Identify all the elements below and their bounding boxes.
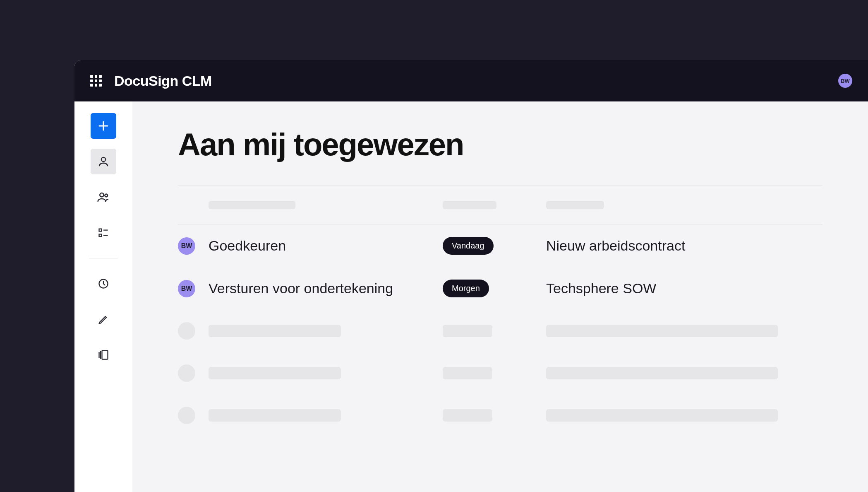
skeleton-placeholder [443, 325, 492, 337]
create-button[interactable] [91, 113, 116, 139]
skeleton-placeholder [546, 367, 778, 379]
svg-rect-10 [102, 351, 108, 359]
sidebar-item-tasks[interactable] [91, 220, 116, 246]
svg-rect-4 [99, 234, 102, 237]
main-content: Aan mij toegewezen BW Goedkeuren Vandaag… [132, 101, 868, 492]
row-avatar: BW [178, 280, 195, 297]
sidebar-divider [89, 258, 118, 258]
brand-product: CLM [182, 73, 212, 89]
pen-icon [98, 314, 109, 325]
sidebar [74, 101, 132, 492]
skeleton-placeholder [178, 364, 195, 382]
skeleton-placeholder [209, 325, 341, 337]
brand-logo: DocuSign CLM [114, 73, 212, 89]
svg-point-2 [105, 194, 108, 197]
sidebar-item-recent[interactable] [91, 271, 116, 297]
row-document-name: Nieuw arbeidscontract [546, 238, 822, 254]
clock-icon [98, 278, 109, 289]
sidebar-item-people[interactable] [91, 184, 116, 210]
brand-name: DocuSign [114, 73, 178, 89]
table-row[interactable]: BW Versturen voor ondertekening Morgen T… [178, 267, 822, 310]
table-row-skeleton [178, 394, 822, 437]
person-icon [97, 155, 110, 168]
sidebar-item-assigned-to-me[interactable] [91, 149, 116, 174]
table-row-skeleton [178, 310, 822, 352]
skeleton-placeholder [178, 322, 195, 340]
skeleton-placeholder [209, 367, 341, 379]
skeleton-placeholder [178, 407, 195, 424]
sidebar-item-documents[interactable] [91, 342, 116, 368]
skeleton-placeholder [209, 409, 341, 422]
skeleton-placeholder [546, 325, 778, 337]
header-placeholder [443, 201, 496, 209]
table-row[interactable]: BW Goedkeuren Vandaag Nieuw arbeidscontr… [178, 224, 822, 267]
row-avatar: BW [178, 237, 195, 255]
skeleton-placeholder [443, 409, 492, 422]
body: Aan mij toegewezen BW Goedkeuren Vandaag… [74, 101, 868, 492]
skeleton-placeholder [546, 409, 778, 422]
topbar: DocuSign CLM BW [74, 60, 868, 101]
table-row-skeleton [178, 352, 822, 394]
svg-point-0 [101, 157, 106, 162]
table-header [178, 186, 822, 224]
app-window: DocuSign CLM BW [74, 60, 868, 492]
people-icon [97, 191, 110, 204]
row-document-name: Techsphere SOW [546, 280, 822, 297]
user-avatar[interactable]: BW [838, 74, 852, 88]
skeleton-placeholder [443, 367, 492, 379]
due-badge: Vandaag [443, 237, 494, 255]
svg-rect-3 [99, 229, 102, 232]
row-action-label: Versturen voor ondertekening [209, 280, 443, 297]
page-title: Aan mij toegewezen [178, 126, 822, 162]
svg-point-1 [100, 193, 103, 197]
sidebar-item-sign[interactable] [91, 306, 116, 332]
plus-icon [97, 120, 110, 132]
header-placeholder [546, 201, 604, 209]
list-icon [98, 227, 109, 239]
documents-icon [98, 349, 109, 361]
row-action-label: Goedkeuren [209, 238, 443, 254]
header-placeholder [209, 201, 295, 209]
due-badge: Morgen [443, 280, 489, 297]
app-launcher-icon[interactable] [90, 75, 102, 87]
